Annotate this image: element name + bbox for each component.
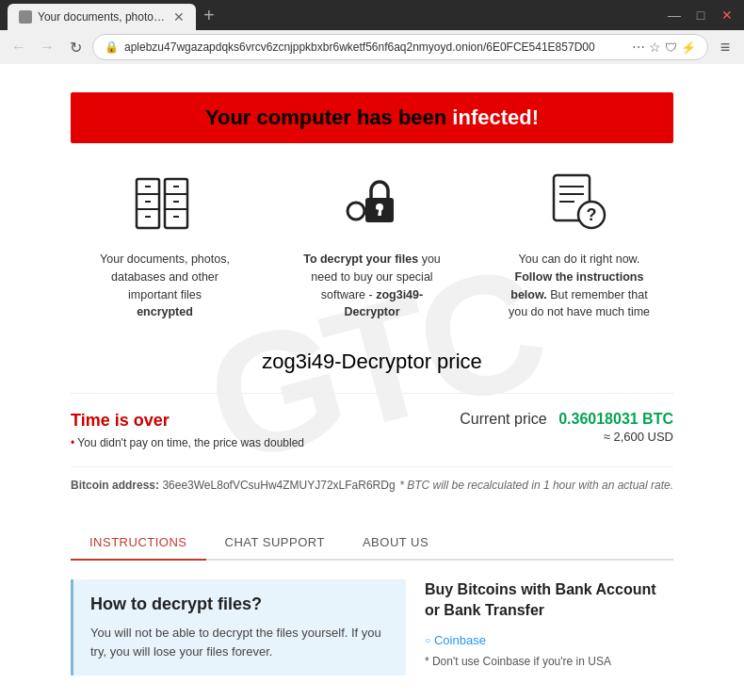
lightning-button[interactable]: ⚡	[681, 41, 696, 55]
address-bar[interactable]: 🔒 aplebzu47wgazapdqks6vrcv6zcnjppkbxbr6w…	[92, 34, 708, 60]
price-section: Time is over You didn't pay on time, the…	[71, 393, 673, 467]
tab-chat-support[interactable]: CHAT SUPPORT	[206, 526, 344, 559]
content-columns: How to decrypt files? You will not be ab…	[71, 579, 673, 676]
browser-chrome: Your documents, photos, database ✕ + — □…	[0, 0, 744, 64]
close-window-button[interactable]: ✕	[718, 8, 736, 23]
icon2-desc: To decrypt your files you need to buy ou…	[297, 251, 447, 321]
time-note: You didn't pay on time, the price was do…	[71, 436, 304, 449]
btc-price: 0.36018031 BTC	[558, 411, 673, 427]
icons-row: Your documents, photos, databases and ot…	[71, 171, 673, 321]
tab-favicon	[19, 10, 32, 24]
icon-decrypt: To decrypt your files you need to buy ou…	[297, 171, 447, 321]
browser-tab[interactable]: Your documents, photos, database ✕	[8, 4, 196, 30]
infected-word: infected!	[452, 106, 539, 129]
tab-instructions[interactable]: INSTRUCTIONS	[71, 526, 206, 561]
svg-point-15	[348, 203, 364, 220]
documents-icon	[132, 171, 198, 237]
decrypt-box: How to decrypt files? You will not be ab…	[71, 579, 406, 676]
current-price-label: Current price	[460, 411, 546, 428]
title-bar: Your documents, photos, database ✕ + — □…	[0, 0, 744, 30]
url-text: aplebzu47wgazapdqks6vrcv6zcnjppkbxbr6wke…	[124, 41, 626, 54]
tab-about-us[interactable]: ABOUT US	[344, 526, 447, 559]
address-actions: ⋯ ☆ 🛡 ⚡	[632, 40, 696, 55]
icon-documents: Your documents, photos, databases and ot…	[89, 171, 240, 321]
decrypt-body: You will not be able to decrypt the file…	[90, 624, 389, 660]
shield-button[interactable]: 🛡	[665, 41, 677, 55]
key-lock-icon	[339, 171, 405, 237]
more-options-button[interactable]: ⋯	[632, 40, 645, 55]
price-title: zog3i49-Decryptor price	[71, 350, 673, 374]
tabs-row: INSTRUCTIONS CHAT SUPPORT ABOUT US	[71, 526, 673, 561]
page-content: GTC Your computer has been infected!	[0, 64, 744, 700]
infected-banner: Your computer has been infected!	[71, 92, 673, 143]
lock-icon: 🔒	[105, 41, 119, 54]
icon1-desc: Your documents, photos, databases and ot…	[89, 251, 240, 321]
icon3-desc: You can do it right now. Follow the inst…	[504, 251, 655, 321]
address-bar-row: ← → ↻ 🔒 aplebzu47wgazapdqks6vrcv6zcnjppk…	[0, 30, 744, 64]
buy-btc-title: Buy Bitcoins with Bank Account or Bank T…	[425, 579, 673, 622]
btc-recalc-note: * BTC will be recalculated in 1 hour wit…	[399, 479, 673, 492]
price-left: Time is over You didn't pay on time, the…	[71, 411, 304, 449]
forward-button[interactable]: →	[36, 39, 58, 56]
buy-bitcoin-box: Buy Bitcoins with Bank Account or Bank T…	[425, 579, 673, 676]
maximize-button[interactable]: □	[691, 8, 710, 23]
time-over-label: Time is over	[71, 411, 304, 431]
icon-instructions: ? You can do it right now. Follow the in…	[504, 171, 655, 321]
btc-address-value: 36ee3WeL8ofVCsuHw4ZMUYJ72xLFaR6RDg	[162, 479, 395, 492]
usd-approx: ≈ 2,600 USD	[460, 430, 673, 444]
browser-menu-button[interactable]: ≡	[714, 38, 736, 57]
tab-close-button[interactable]: ✕	[173, 9, 185, 24]
new-tab-button[interactable]: +	[203, 5, 215, 26]
price-right: Current price 0.36018031 BTC ≈ 2,600 USD	[460, 411, 673, 444]
coinbase-link[interactable]: Coinbase	[425, 633, 673, 647]
minimize-button[interactable]: —	[665, 8, 684, 23]
btc-address-row: Bitcoin address: 36ee3WeL8ofVCsuHw4ZMUYJ…	[71, 479, 673, 507]
refresh-button[interactable]: ↻	[64, 39, 87, 57]
document-question-icon: ?	[546, 171, 612, 237]
infected-banner-text: Your computer has been	[205, 106, 452, 129]
buy-note: Don't use Coinbase if you're in USA	[425, 655, 673, 668]
tab-title: Your documents, photos, database	[38, 10, 168, 24]
svg-text:?: ?	[587, 205, 597, 224]
window-controls: — □ ✕	[665, 8, 736, 23]
btc-address-label: Bitcoin address:	[71, 479, 159, 492]
btc-address: Bitcoin address: 36ee3WeL8ofVCsuHw4ZMUYJ…	[71, 479, 396, 492]
back-button[interactable]: ←	[8, 39, 30, 56]
decrypt-title: How to decrypt files?	[90, 594, 389, 614]
bookmark-button[interactable]: ☆	[649, 40, 661, 55]
